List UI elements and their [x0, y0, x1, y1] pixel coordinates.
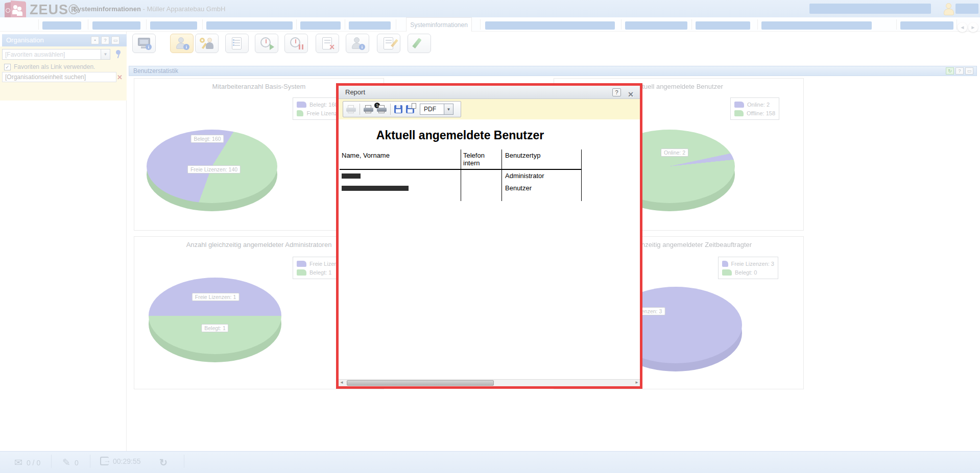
- column-header: Telefon intern: [461, 150, 501, 169]
- clear-search-icon[interactable]: ✕: [117, 73, 123, 81]
- status-bar: ✉ 0 / 0 ✎ 0 → 00:29:55 ↻: [0, 451, 980, 473]
- redacted-tab[interactable]: [42, 21, 81, 30]
- print-copies-icon[interactable]: 1: [377, 105, 387, 113]
- redacted-tab[interactable]: [761, 21, 872, 30]
- key-person-icon: [199, 37, 214, 50]
- zeus-application-window: ZEUS® Systeminformationen - Müller Appar…: [0, 0, 980, 473]
- redacted-name: [342, 173, 361, 179]
- report-toolbar-strip: 1 PDF ▼: [339, 99, 640, 119]
- report-table: Name, Vorname Telefon intern Benutzertyp…: [340, 150, 582, 201]
- person-details-button[interactable]: i: [346, 34, 369, 53]
- scroll-right-icon[interactable]: ►: [635, 380, 639, 385]
- time-stop-button[interactable]: [284, 34, 308, 53]
- window-title: Systeminformationen - Müller Apparatebau…: [73, 5, 225, 13]
- favorites-dropdown[interactable]: [Favoriten auswählen] ▼: [2, 49, 110, 60]
- favorites-link-option: ✓ Favoriten als Link verwenden.: [4, 63, 95, 70]
- maximize-icon[interactable]: ▭: [965, 67, 973, 74]
- redacted-tab[interactable]: [92, 21, 140, 30]
- report-list-button[interactable]: [225, 34, 249, 53]
- time-start-button[interactable]: [255, 34, 278, 53]
- organisation-panel: Organisation • ? ▭ [Favoriten auswählen]…: [0, 32, 127, 451]
- redacted-tab[interactable]: [900, 21, 953, 30]
- panel-window-button[interactable]: ▭: [111, 36, 119, 44]
- mail-count: 0 / 0: [27, 459, 40, 467]
- pie-label: Freie Lizenzen: 1: [192, 293, 240, 301]
- pie-administratoren: [149, 278, 281, 354]
- favorites-section: [Favoriten auswählen] ▼ ✓ Favoriten als …: [0, 46, 127, 101]
- benutzertyp-cell: Administrator: [501, 170, 582, 182]
- legend-label: Belegt: 0: [735, 269, 757, 276]
- refresh-icon[interactable]: ↻: [946, 67, 954, 74]
- redacted-topbar-item: [809, 4, 931, 14]
- logout-icon[interactable]: →: [100, 457, 109, 465]
- cancel-form-button[interactable]: ✕: [316, 34, 339, 53]
- pin-icon[interactable]: [115, 50, 122, 58]
- stopwatch-pause-icon: [289, 37, 304, 50]
- list-icon: [229, 37, 245, 50]
- dialog-title: Report: [345, 88, 365, 96]
- green-pencil-icon: [412, 37, 427, 50]
- refresh-icon[interactable]: ↻: [159, 457, 168, 468]
- tab-scroll-left-button[interactable]: ◄: [958, 22, 967, 32]
- page-title: Systeminformationen: [73, 5, 141, 13]
- legend-label: Offline: 158: [747, 110, 775, 116]
- report-heading: Aktuell angemeldete Benutzer: [339, 129, 582, 142]
- scroll-left-icon[interactable]: ◄: [340, 380, 344, 385]
- chevron-down-icon[interactable]: ▼: [101, 49, 110, 59]
- access-rights-button[interactable]: [195, 34, 219, 53]
- redacted-tab[interactable]: [206, 21, 293, 30]
- help-icon[interactable]: ?: [955, 67, 964, 74]
- panel-dot-button[interactable]: •: [91, 36, 99, 44]
- horizontal-scrollbar[interactable]: ◄ ►: [339, 379, 640, 386]
- save-icon[interactable]: [394, 105, 402, 113]
- redacted-tab[interactable]: [625, 21, 687, 30]
- redacted-tab[interactable]: [150, 21, 197, 30]
- scrollbar-thumb[interactable]: [347, 380, 494, 386]
- form-delete-icon: ✕: [320, 37, 335, 50]
- chart-legend: Online: 2 Offline: 158: [730, 97, 779, 120]
- favorites-dropdown-value: [Favoriten auswählen]: [3, 49, 101, 59]
- person-info-icon: i: [174, 37, 189, 50]
- org-search-input[interactable]: [2, 72, 116, 82]
- chart-legend: Freie Lizenzen: 3 Belegt: 0: [718, 257, 778, 279]
- pie-label: Freie Lizenzen: 140: [187, 165, 241, 173]
- legend-label: Online: 2: [747, 102, 770, 108]
- legend-label: Belegt: 160: [309, 102, 338, 108]
- chevron-down-icon[interactable]: ▼: [444, 104, 453, 115]
- edit-green-button[interactable]: [408, 34, 431, 53]
- report-dialog: Report ? ✕ 1 PDF ▼ Aktuell angemeldete B…: [336, 83, 642, 389]
- column-header: Name, Vorname: [340, 150, 461, 169]
- print-disabled-icon: [346, 105, 356, 113]
- export-format-select[interactable]: PDF ▼: [420, 104, 453, 115]
- export-format-value: PDF: [420, 104, 444, 115]
- monitor-info-icon: i: [136, 37, 152, 50]
- user-icon[interactable]: [943, 3, 954, 15]
- user-statistics-button[interactable]: i: [170, 34, 194, 53]
- edit-note-icon[interactable]: ✎: [62, 457, 70, 468]
- favorites-link-checkbox[interactable]: ✓: [4, 64, 11, 70]
- mail-icon[interactable]: ✉: [14, 457, 22, 468]
- print-icon[interactable]: [364, 105, 373, 113]
- pie-label: Online: 2: [661, 148, 688, 157]
- brand-name: ZEUS®: [30, 2, 79, 18]
- redacted-tab[interactable]: [696, 21, 750, 30]
- save-as-icon[interactable]: [406, 105, 414, 113]
- panel-help-button[interactable]: ?: [101, 36, 109, 44]
- edit-document-button[interactable]: [377, 34, 400, 53]
- dialog-help-button[interactable]: ?: [612, 88, 621, 96]
- redacted-tab[interactable]: [349, 21, 391, 30]
- legend-label: Belegt: 1: [309, 269, 331, 276]
- redacted-topbar-item: [955, 4, 978, 14]
- tab-systeminformationen[interactable]: Systeminformationen: [406, 17, 472, 32]
- redacted-tab[interactable]: [485, 21, 615, 30]
- organisation-panel-header: Organisation • ? ▭: [2, 34, 127, 46]
- tab-scroll-right-button[interactable]: ►: [968, 22, 978, 32]
- system-info-button[interactable]: i: [132, 34, 156, 53]
- top-bar: ZEUS® Systeminformationen - Müller Appar…: [0, 0, 980, 17]
- redacted-tab[interactable]: [300, 21, 341, 30]
- report-preview: Aktuell angemeldete Benutzer Name, Vorna…: [339, 119, 640, 379]
- report-dialog-titlebar[interactable]: Report ? ✕: [339, 86, 640, 99]
- table-header-row: Name, Vorname Telefon intern Benutzertyp: [340, 150, 582, 170]
- benutzertyp-cell: Benutzer: [501, 182, 582, 194]
- panel-title: Organisation: [6, 36, 44, 44]
